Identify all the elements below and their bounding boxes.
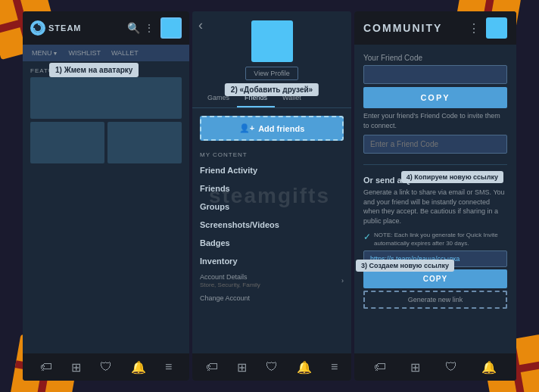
profile-avatar — [251, 20, 293, 62]
divider — [363, 164, 507, 165]
nav-menu[interactable]: MENU ▼ — [27, 48, 62, 58]
friend-code-input[interactable] — [363, 65, 507, 84]
community-header: COMMUNITY ⋮ — [354, 11, 516, 45]
tag-icon-mid[interactable]: 🏷 — [206, 360, 218, 374]
menu-friends[interactable]: Friends — [192, 179, 351, 198]
steam-logo: STEAM — [30, 20, 82, 36]
menu-account-details[interactable]: Account Details Store, Security, Family … — [192, 270, 351, 291]
add-friends-icon: 👤+ — [239, 123, 254, 133]
kebab-icon[interactable]: ⋮ — [468, 21, 480, 36]
menu-badges[interactable]: Badges — [192, 234, 351, 252]
bell-icon-right[interactable]: 🔔 — [481, 360, 497, 375]
steam-bottom-bar: 🏷 ⊞ 🛡 🔔 ≡ — [23, 353, 189, 381]
menu-friend-activity[interactable]: Friend Activity — [192, 161, 351, 179]
community-content: Your Friend Code COPY Enter your friend'… — [354, 45, 516, 353]
quick-invite-title: Or send a Quick Invite — [363, 176, 507, 185]
steam-logo-text: STEAM — [48, 23, 82, 33]
back-button[interactable]: ‹ — [198, 17, 203, 33]
avatar[interactable] — [160, 17, 182, 39]
community-bottom-bar: 🏷 ⊞ 🛡 🔔 — [354, 353, 516, 381]
steam-content: FEATURED & RECOMMENDED — [23, 61, 189, 353]
steam-panel: STEAM 🔍 ⋮ 1) Жмем на аватарку MENU ▼ WIS… — [23, 11, 189, 381]
note-text: ✓ NOTE: Each link you generate for Quick… — [363, 231, 507, 247]
copy-friend-code-button[interactable]: COPY — [363, 87, 507, 108]
featured-item-2 — [107, 122, 182, 163]
menu-icon-left[interactable]: ≡ — [165, 360, 172, 374]
grid-icon-mid[interactable]: ⊞ — [237, 360, 247, 375]
nav-wishlist[interactable]: WISHLIST — [64, 48, 105, 58]
featured-grid — [23, 77, 189, 163]
shield-icon-left[interactable]: 🛡 — [100, 360, 112, 374]
menu-screenshots[interactable]: Screenshots/Videos — [192, 216, 351, 234]
avatar-tooltip: 1) Жмем на аватарку — [49, 63, 139, 77]
mid-bottom-bar: 🏷 ⊞ 🛡 🔔 ≡ — [192, 353, 351, 381]
tag-icon-right[interactable]: 🏷 — [374, 360, 386, 374]
profile-section: View Profile — [192, 11, 351, 89]
featured-item-1 — [30, 122, 104, 163]
community-avatar[interactable] — [486, 17, 507, 39]
copy-link-button[interactable]: COPY — [363, 269, 507, 288]
add-friends-panel: ‹ View Profile 2) «Добавить друзей» Game… — [192, 11, 351, 381]
nav-wallet[interactable]: WALLET — [107, 48, 143, 58]
shield-icon-mid[interactable]: 🛡 — [266, 360, 278, 374]
menu-groups[interactable]: Groups — [192, 198, 351, 216]
grid-icon-right[interactable]: ⊞ — [410, 360, 420, 375]
steam-header: STEAM 🔍 ⋮ — [23, 11, 189, 45]
view-profile-button[interactable]: View Profile — [245, 67, 298, 80]
search-icon[interactable]: 🔍 — [127, 22, 139, 34]
my-content-label: MY CONTENT — [192, 148, 351, 161]
enter-friend-code-input[interactable] — [363, 135, 507, 154]
chevron-right-icon: › — [341, 277, 344, 285]
add-friends-button[interactable]: 👤+ Add friends — [200, 116, 344, 141]
featured-item-large — [30, 77, 182, 119]
menu-change-account[interactable]: Change Account — [192, 291, 351, 305]
shield-icon-right[interactable]: 🛡 — [445, 360, 457, 374]
bell-icon-left[interactable]: 🔔 — [131, 360, 146, 375]
add-friends-tooltip: 2) «Добавить друзей» — [225, 83, 319, 96]
quick-invite-desc: Generate a link to share via email or SM… — [363, 188, 507, 226]
friend-code-helper: Enter your friend's Friend Code to invit… — [363, 111, 507, 130]
quick-invite-section: Or send a Quick Invite Generate a link t… — [363, 176, 507, 309]
bell-icon-mid[interactable]: 🔔 — [297, 360, 312, 375]
steam-header-icons: 🔍 ⋮ — [127, 17, 182, 39]
check-icon: ✓ — [363, 231, 371, 247]
link-url-input[interactable] — [363, 250, 507, 267]
steam-icon — [30, 20, 45, 36]
menu-inventory[interactable]: Inventory — [192, 252, 351, 270]
steam-nav: MENU ▼ WISHLIST WALLET — [23, 45, 189, 61]
community-title: COMMUNITY — [363, 22, 442, 34]
friend-code-section: Your Friend Code COPY Enter your friend'… — [363, 54, 507, 154]
account-details-label: Account Details Store, Security, Family — [200, 273, 260, 288]
menu-icon-mid[interactable]: ≡ — [331, 360, 338, 374]
generate-link-button[interactable]: Generate new link — [363, 291, 507, 309]
tag-icon[interactable]: 🏷 — [40, 360, 52, 374]
friend-code-label: Your Friend Code — [363, 54, 507, 62]
community-panel: COMMUNITY ⋮ Your Friend Code COPY Enter … — [354, 11, 516, 381]
more-icon[interactable]: ⋮ — [144, 22, 156, 34]
grid-icon[interactable]: ⊞ — [71, 360, 81, 375]
